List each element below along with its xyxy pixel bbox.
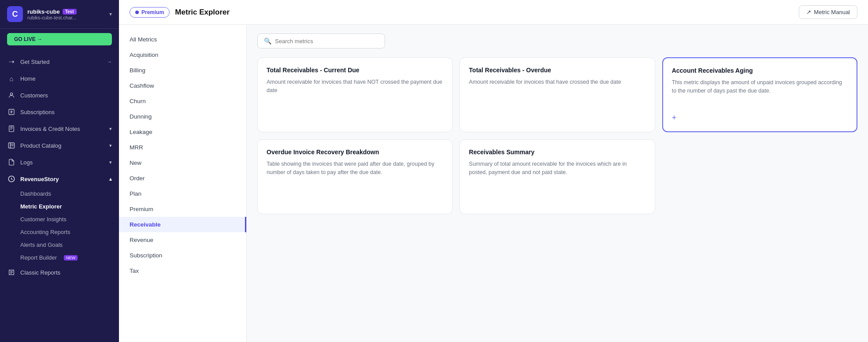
sidebar-item-label: Customer Insights	[20, 216, 67, 223]
sidebar-item-revenue-story[interactable]: RevenueStory ▴	[0, 171, 119, 187]
category-item-all[interactable]: All Metrics	[119, 32, 246, 47]
sidebar-item-label: Report Builder	[20, 254, 57, 261]
sidebar-item-label: Alerts and Goals	[20, 242, 63, 248]
revenue-story-icon	[7, 175, 16, 183]
sidebar-item-accounting-reports[interactable]: Accounting Reports	[20, 226, 119, 238]
sidebar-logo: C	[7, 6, 23, 22]
sidebar-item-label: Home	[20, 75, 36, 82]
sidebar-item-home[interactable]: ⌂ Home	[0, 70, 119, 87]
premium-badge: Premium	[130, 7, 170, 18]
sidebar-org-info: rubiks-cube Test rubiks-cube-test.char..…	[27, 8, 105, 20]
category-sidebar: All MetricsAcquisitionBillingCashflowChu…	[119, 25, 247, 342]
customers-icon	[7, 91, 16, 100]
category-item-receivable[interactable]: Receivable	[119, 217, 246, 232]
metric-card-overdue-invoice-recovery[interactable]: Overdue Invoice Recovery BreakdownTable …	[257, 139, 453, 214]
sidebar-org-name: rubiks-cube Test	[27, 8, 105, 15]
category-item-tax[interactable]: Tax	[119, 263, 246, 279]
metric-card-desc: Table showing the invoices that were pai…	[267, 160, 443, 177]
sidebar-item-logs[interactable]: Logs ▾	[0, 154, 119, 171]
chevron-down-icon[interactable]: ▾	[109, 11, 112, 17]
logs-icon	[7, 158, 16, 167]
category-item-order[interactable]: Order	[119, 171, 246, 186]
chevron-icon: ▾	[109, 126, 112, 132]
category-item-new[interactable]: New	[119, 155, 246, 171]
sidebar-item-label: Subscriptions	[20, 109, 55, 115]
sidebar-item-label: Metric Explorer	[20, 203, 62, 210]
go-live-button[interactable]: GO LIVE →	[7, 33, 112, 45]
sidebar-item-dashboards[interactable]: Dashboards	[20, 187, 119, 200]
sidebar-item-label: Product Catalog	[20, 142, 61, 149]
metric-manual-button[interactable]: ↗ Metric Manual	[799, 5, 857, 19]
sidebar: C rubiks-cube Test rubiks-cube-test.char…	[0, 0, 119, 342]
category-item-plan[interactable]: Plan	[119, 186, 246, 201]
category-item-subscription[interactable]: Subscription	[119, 248, 246, 263]
premium-label: Premium	[141, 9, 164, 15]
main-area: Premium Metric Explorer ↗ Metric Manual …	[119, 0, 868, 342]
test-badge: Test	[63, 9, 77, 15]
metric-card-desc: Amount receivable for invoices that have…	[469, 78, 645, 86]
metric-card-total-receivables-current[interactable]: Total Receivables - Current DueAmount re…	[257, 57, 453, 132]
chevron-up-icon: ▴	[109, 176, 112, 182]
category-item-premium[interactable]: Premium	[119, 201, 246, 217]
metric-card-title: Total Receivables - Current Due	[267, 67, 443, 74]
sidebar-item-invoices[interactable]: Invoices & Credit Notes ▾	[0, 120, 119, 137]
get-started-icon: ⇢	[7, 57, 16, 66]
category-item-billing[interactable]: Billing	[119, 63, 246, 78]
metric-card-plus-icon[interactable]: +	[672, 107, 848, 123]
sidebar-item-classic-reports[interactable]: Classic Reports	[0, 264, 119, 281]
metric-card-desc: This metric displays the amount of unpai…	[672, 78, 848, 95]
sidebar-org-sub: rubiks-cube-test.char...	[27, 15, 105, 20]
metrics-grid: Total Receivables - Current DueAmount re…	[257, 57, 857, 214]
metric-card-title: Overdue Invoice Recovery Breakdown	[267, 149, 443, 156]
sidebar-item-subscriptions[interactable]: Subscriptions	[0, 104, 119, 120]
chevron-icon: ▾	[109, 160, 112, 165]
sidebar-item-product-catalog[interactable]: Product Catalog ▾	[0, 137, 119, 154]
category-item-revenue[interactable]: Revenue	[119, 232, 246, 248]
subscriptions-icon	[7, 108, 16, 116]
metric-card-desc: Amount receivable for invoices that have…	[267, 78, 443, 95]
search-bar[interactable]: 🔍	[257, 33, 385, 48]
svg-point-0	[10, 93, 12, 95]
sidebar-item-report-builder[interactable]: Report Builder NEW	[20, 251, 119, 264]
content-area: All MetricsAcquisitionBillingCashflowChu…	[119, 25, 868, 342]
revenue-story-subnav: Dashboards Metric Explorer Customer Insi…	[0, 187, 119, 264]
topbar-actions: ↗ Metric Manual	[799, 5, 857, 19]
category-item-leakage[interactable]: Leakage	[119, 124, 246, 140]
sidebar-item-customers[interactable]: Customers	[0, 87, 119, 104]
metric-card-title: Total Receivables - Overdue	[469, 67, 645, 74]
premium-dot	[135, 11, 139, 14]
invoices-icon	[7, 124, 16, 133]
sidebar-item-metric-explorer[interactable]: Metric Explorer	[20, 200, 119, 213]
metric-card-receivables-summary[interactable]: Receivables SummarySummary of total amou…	[460, 139, 655, 214]
sidebar-item-label: Accounting Reports	[20, 229, 70, 235]
sidebar-nav: ⇢ Get Started → ⌂ Home Customers Subscri…	[0, 50, 119, 342]
category-item-churn[interactable]: Churn	[119, 93, 246, 109]
category-item-cashflow[interactable]: Cashflow	[119, 78, 246, 93]
metric-manual-label: Metric Manual	[814, 9, 850, 15]
sidebar-item-label: RevenueStory	[20, 176, 59, 182]
category-item-acquisition[interactable]: Acquisition	[119, 47, 246, 63]
page-title: Metric Explorer	[175, 8, 230, 17]
metric-card-total-receivables-overdue[interactable]: Total Receivables - OverdueAmount receiv…	[460, 57, 655, 132]
sidebar-item-label: Customers	[20, 92, 48, 99]
sidebar-item-label: Logs	[20, 159, 33, 166]
category-item-mrr[interactable]: MRR	[119, 140, 246, 155]
sidebar-header: C rubiks-cube Test rubiks-cube-test.char…	[0, 0, 119, 29]
sidebar-item-get-started[interactable]: ⇢ Get Started →	[0, 53, 119, 70]
metrics-area: 🔍 Total Receivables - Current DueAmount …	[247, 25, 868, 342]
search-input[interactable]	[275, 38, 378, 45]
product-catalog-icon	[7, 141, 16, 150]
sidebar-item-label: Get Started	[20, 59, 49, 65]
metric-card-account-receivables-aging[interactable]: Account Receivables AgingThis metric dis…	[662, 57, 857, 132]
search-icon: 🔍	[264, 37, 271, 45]
topbar: Premium Metric Explorer ↗ Metric Manual	[119, 0, 868, 25]
sidebar-item-label: Classic Reports	[20, 269, 60, 276]
category-item-dunning[interactable]: Dunning	[119, 109, 246, 124]
sidebar-item-customer-insights[interactable]: Customer Insights	[20, 213, 119, 226]
new-badge: NEW	[64, 255, 78, 260]
chevron-icon: ▾	[109, 143, 112, 149]
arrow-icon: →	[107, 59, 112, 64]
sidebar-item-label: Dashboards	[20, 190, 51, 197]
metric-card-desc: Summary of total amount receivable for t…	[469, 160, 645, 177]
sidebar-item-alerts-goals[interactable]: Alerts and Goals	[20, 238, 119, 251]
